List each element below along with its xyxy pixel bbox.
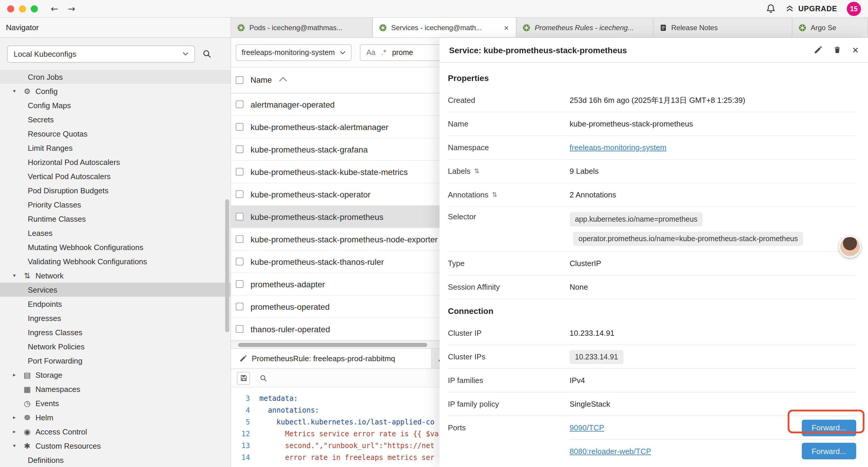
line-number: 12 [231, 428, 250, 440]
drawer-row-annotations: Annotations⇅ 2 Annotations [448, 183, 856, 207]
row-checkbox[interactable] [236, 258, 243, 265]
close-window-button[interactable] [7, 5, 14, 12]
sort-ascending-icon[interactable] [279, 77, 286, 85]
row-checkbox[interactable] [236, 145, 243, 153]
sidebar-item-leases[interactable]: Leases [0, 226, 230, 240]
row-checkbox[interactable] [236, 303, 243, 310]
network-icon: ⇅ [23, 271, 32, 280]
config-icon: ⚙ [23, 87, 32, 95]
back-arrow-icon[interactable]: ← [51, 3, 58, 14]
cluster-ip-badge: 10.233.14.91 [569, 350, 623, 364]
sidebar-item-priority-classes[interactable]: Priority Classes [0, 198, 230, 212]
tab-argo[interactable]: Argo Se [793, 18, 868, 37]
drawer-row-ip-family-policy: IP family policy SingleStack [448, 392, 856, 416]
code-text: error rate in freeleaps metrics ser [250, 451, 434, 463]
window-controls [7, 5, 38, 12]
chevron-down-icon: ▾ [13, 272, 19, 279]
sidebar-item-secrets[interactable]: Secrets [0, 112, 230, 126]
drawer-row-ports: Ports 9090/TCP Forward... 8080:reloader-… [448, 416, 856, 462]
sidebar-item-limit-ranges[interactable]: Limit Ranges [0, 141, 230, 155]
sidebar-scrollbar-thumb[interactable] [225, 199, 229, 332]
sidebar-item-ingresses[interactable]: Ingresses [0, 311, 230, 325]
sidebar-item-port-forwarding[interactable]: Port Forwarding [0, 353, 230, 368]
sidebar-item-config[interactable]: ▾⚙Config [0, 84, 230, 98]
sidebar-item-access-control[interactable]: ▸◉Access Control [0, 425, 230, 439]
sidebar-item-horizontal-pod-autoscalers[interactable]: Horizontal Pod Autoscalers [0, 155, 230, 169]
sidebar-item-namespaces[interactable]: ▦Namespaces [0, 382, 230, 396]
sidebar-item-validating-webhook-configurations[interactable]: Validating Webhook Configurations [0, 254, 230, 268]
row-checkbox[interactable] [236, 168, 243, 176]
name-column-header[interactable]: Name [251, 76, 272, 85]
forward-arrow-icon[interactable]: → [68, 3, 75, 14]
forward-button-8080[interactable]: Forward... [802, 443, 856, 459]
select-all-checkbox[interactable] [236, 76, 243, 84]
match-case-toggle[interactable]: Aa [366, 48, 375, 56]
tab-prometheus-rules[interactable]: Prometheus Rules - icecheng... [517, 18, 653, 37]
sidebar-item-definitions[interactable]: Definitions [0, 453, 230, 467]
port-link-8080[interactable]: 8080:reloader-web/TCP [569, 447, 651, 456]
sidebar-item-services[interactable]: Services [0, 283, 230, 297]
notification-count-badge[interactable]: 15 [847, 1, 861, 16]
upgrade-button[interactable]: UPGRADE [785, 4, 837, 13]
tab-release-notes[interactable]: Release Notes [653, 18, 793, 37]
row-checkbox[interactable] [236, 213, 243, 221]
sidebar-item-pod-disruption-budgets[interactable]: Pod Disruption Budgets [0, 183, 230, 198]
sidebar-item-network-policies[interactable]: Network Policies [0, 339, 230, 353]
row-checkbox[interactable] [236, 191, 243, 198]
chevron-down-icon [183, 52, 188, 56]
drawer-title: Service: kube-prometheus-stack-prometheu… [449, 45, 627, 55]
forward-button-9090[interactable]: Forward... [802, 419, 856, 436]
line-number: 14 [231, 451, 250, 463]
port-link-9090[interactable]: 9090/TCP [569, 423, 604, 432]
sidebar-item-runtime-classes[interactable]: Runtime Classes [0, 212, 230, 226]
namespace-link[interactable]: freeleaps-monitoring-system [569, 143, 666, 152]
sidebar-item-helm[interactable]: ▸☸Helm [0, 410, 230, 425]
expand-icon[interactable]: ⇅ [474, 167, 479, 175]
maximize-window-button[interactable] [31, 5, 38, 12]
minimize-window-button[interactable] [19, 5, 26, 12]
tab-services[interactable]: Services - icecheng@math... × [373, 18, 517, 37]
code-text: second.","runbook_url":"https://net [250, 440, 434, 451]
search-icon[interactable] [257, 372, 270, 384]
sidebar-item-events[interactable]: ◷Events [0, 396, 230, 410]
kubernetes-cluster-icon [522, 23, 531, 32]
drawer-row-selector: Selector app.kubernetes.io/name=promethe… [448, 207, 856, 252]
user-avatar[interactable] [839, 236, 861, 258]
delete-button[interactable] [833, 46, 842, 54]
sidebar-item-endpoints[interactable]: Endpoints [0, 297, 230, 311]
row-checkbox[interactable] [236, 100, 243, 108]
row-checkbox[interactable] [236, 280, 243, 288]
tab-label: Pods - icecheng@mathmas... [249, 23, 342, 32]
close-drawer-icon[interactable]: × [852, 45, 859, 55]
sidebar-item-config-maps[interactable]: Config Maps [0, 98, 230, 112]
sidebar-item-network[interactable]: ▾⇅Network [0, 268, 230, 283]
sidebar-item-cron-jobs[interactable]: Cron Jobs [0, 70, 230, 84]
sidebar-item-storage[interactable]: ▸▤Storage [0, 368, 230, 382]
expand-icon[interactable]: ⇅ [492, 191, 497, 199]
row-checkbox[interactable] [236, 123, 243, 130]
bell-icon[interactable] [766, 4, 776, 13]
kubeconfig-selector[interactable]: Local Kubeconfigs [7, 45, 195, 62]
dock-tab-prometheusrule[interactable]: PrometheusRule: freeleaps-prod-rabbitmq [231, 349, 432, 368]
namespace-filter-select[interactable]: freeleaps-monitoring-system [236, 44, 351, 61]
search-icon[interactable] [202, 49, 212, 59]
search-query-text: prome [392, 48, 413, 56]
row-checkbox[interactable] [236, 325, 243, 333]
selector-badge: operator.prometheus.io/name=kube-prometh… [573, 232, 803, 246]
edit-button[interactable] [814, 46, 823, 54]
code-text: kubectl.kubernetes.io/last-applied-co [250, 416, 434, 428]
row-checkbox[interactable] [236, 235, 243, 243]
sidebar-item-ingress-classes[interactable]: Ingress Classes [0, 325, 230, 339]
save-button[interactable] [237, 372, 250, 384]
drawer-row-name: Name kube-prometheus-stack-prometheus [448, 112, 856, 136]
tab-pods[interactable]: Pods - icecheng@mathmas... [231, 18, 373, 37]
regex-toggle[interactable]: .* [381, 48, 386, 56]
sidebar-item-custom-resources[interactable]: ▾✱Custom Resources [0, 439, 230, 453]
horizontal-scrollbar-thumb[interactable] [238, 343, 427, 347]
app-window: ← → UPGRADE 15 Navigator Pods - icecheng… [0, 0, 868, 467]
sidebar-item-resource-quotas[interactable]: Resource Quotas [0, 126, 230, 141]
sidebar-item-vertical-pod-autoscalers[interactable]: Vertical Pod Autoscalers [0, 169, 230, 183]
sidebar-item-mutating-webhook-configurations[interactable]: Mutating Webhook Configurations [0, 240, 230, 254]
close-tab-icon[interactable]: × [503, 22, 510, 33]
drawer-row-cluster-ips: Cluster IPs 10.233.14.91 [448, 345, 856, 369]
